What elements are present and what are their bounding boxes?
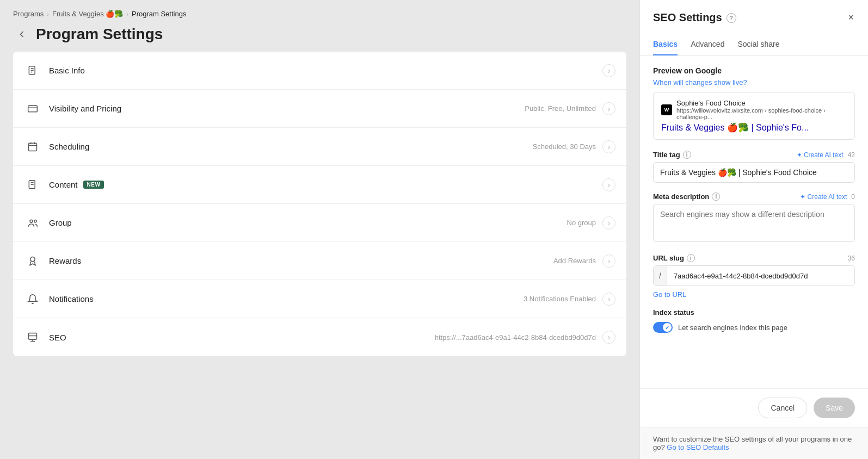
content-icon bbox=[24, 179, 41, 190]
meta-desc-label-row: Meta description i bbox=[653, 193, 720, 201]
rewards-chevron: › bbox=[602, 255, 615, 268]
scheduling-chevron: › bbox=[602, 140, 615, 153]
svg-point-14 bbox=[34, 220, 36, 222]
title-tag-actions: ✦ Create AI text 42 bbox=[797, 151, 855, 159]
index-status-text: Let search engines index this page bbox=[678, 324, 787, 332]
rewards-label: Rewards bbox=[49, 256, 553, 265]
google-preview-section: Preview on Google When will changes show… bbox=[653, 66, 855, 140]
page-header: Program Settings bbox=[0, 23, 639, 52]
url-slash: / bbox=[654, 266, 667, 286]
meta-desc-ai-link[interactable]: ✦ Create AI text bbox=[800, 193, 847, 201]
title-tag-section: Title tag i ✦ Create AI text 42 bbox=[653, 151, 855, 183]
index-status-label: Index status bbox=[653, 308, 855, 317]
basic-info-label: Basic Info bbox=[49, 66, 596, 75]
url-slug-help-icon[interactable]: i bbox=[687, 254, 695, 262]
meta-desc-textarea[interactable] bbox=[653, 204, 855, 242]
title-tag-ai-link[interactable]: ✦ Create AI text bbox=[797, 151, 844, 159]
group-icon bbox=[24, 218, 41, 228]
meta-desc-help-icon[interactable]: i bbox=[712, 193, 720, 201]
breadcrumb-sep-1: › bbox=[47, 11, 49, 17]
visibility-label: Visibility and Pricing bbox=[49, 104, 525, 113]
breadcrumb-sep-2: › bbox=[126, 11, 128, 17]
page-title: Program Settings bbox=[36, 26, 163, 43]
settings-item-content[interactable]: Content NEW › bbox=[13, 166, 626, 204]
toggle-knob: ✓ bbox=[663, 323, 672, 332]
seo-content: Preview on Google When will changes show… bbox=[640, 55, 868, 388]
title-tag-header: Title tag i ✦ Create AI text 42 bbox=[653, 151, 855, 159]
calendar-icon bbox=[24, 141, 41, 152]
new-badge: NEW bbox=[83, 181, 104, 189]
url-slug-input[interactable] bbox=[667, 266, 854, 286]
settings-item-basic-info[interactable]: Basic Info › bbox=[13, 52, 626, 90]
svg-rect-6 bbox=[29, 143, 37, 151]
index-status-section: Index status ✓ Let search engines index … bbox=[653, 308, 855, 333]
visibility-value: Public, Free, Unlimited bbox=[525, 104, 596, 113]
seo-tabs: Basics Advanced Social share bbox=[640, 33, 868, 55]
settings-item-rewards[interactable]: Rewards Add Rewards › bbox=[13, 242, 626, 280]
tab-basics[interactable]: Basics bbox=[653, 33, 678, 55]
svg-point-15 bbox=[30, 257, 35, 261]
breadcrumb-current: Program Settings bbox=[132, 10, 186, 18]
content-chevron: › bbox=[602, 178, 615, 191]
seo-panel: SEO Settings ? × Basics Advanced Social … bbox=[639, 0, 868, 459]
settings-item-seo[interactable]: SEO https://...7aad6ac4-e9a1-44c2-8b84-d… bbox=[13, 318, 626, 356]
seo-bottom-banner: Want to customize the SEO settings of al… bbox=[640, 427, 868, 459]
content-label: Content NEW bbox=[49, 180, 596, 189]
go-to-url-link[interactable]: Go to URL bbox=[653, 290, 855, 299]
meta-desc-char-count: 0 bbox=[851, 193, 855, 201]
document-icon bbox=[24, 65, 41, 76]
save-button[interactable]: Save bbox=[814, 398, 855, 418]
title-tag-label: Title tag bbox=[653, 151, 680, 159]
seo-help-icon[interactable]: ? bbox=[727, 13, 736, 23]
gp-page-title: Fruits & Veggies 🍎🥦 | Sophie's Fo... bbox=[661, 122, 847, 133]
wix-logo: W bbox=[661, 104, 672, 115]
url-slug-label: URL slug bbox=[653, 254, 684, 262]
seo-defaults-link[interactable]: Go to SEO Defaults bbox=[667, 443, 729, 451]
svg-rect-16 bbox=[29, 333, 37, 340]
tab-advanced[interactable]: Advanced bbox=[691, 33, 724, 55]
settings-item-scheduling[interactable]: Scheduling Scheduled, 30 Days › bbox=[13, 128, 626, 166]
rewards-value: Add Rewards bbox=[553, 257, 596, 265]
notifications-chevron: › bbox=[602, 293, 615, 306]
title-tag-label-row: Title tag i bbox=[653, 151, 691, 159]
preview-label: Preview on Google bbox=[653, 66, 855, 75]
scheduling-value: Scheduled, 30 Days bbox=[533, 142, 596, 151]
settings-item-group[interactable]: Group No group › bbox=[13, 204, 626, 242]
settings-list: Basic Info › Visibility and Pricing Publ… bbox=[13, 52, 626, 356]
url-slug-row: / bbox=[653, 265, 855, 286]
seo-header: SEO Settings ? × bbox=[640, 0, 868, 24]
group-chevron: › bbox=[602, 216, 615, 230]
seo-close-button[interactable]: × bbox=[847, 11, 855, 24]
title-tag-help-icon[interactable]: i bbox=[683, 151, 691, 159]
group-label: Group bbox=[49, 218, 567, 227]
notifications-value: 3 Notifications Enabled bbox=[524, 295, 596, 303]
index-status-row: ✓ Let search engines index this page bbox=[653, 322, 855, 333]
meta-desc-header: Meta description i ✦ Create AI text 0 bbox=[653, 193, 855, 201]
gp-site-row: W Sophie's Food Choice https://willowvol… bbox=[661, 99, 847, 120]
cancel-button[interactable]: Cancel bbox=[758, 398, 807, 418]
basic-info-chevron: › bbox=[602, 64, 615, 77]
svg-point-13 bbox=[30, 220, 33, 222]
main-panel: Programs › Fruits & Veggies 🍎🥦 › Program… bbox=[0, 0, 639, 459]
tab-social-share[interactable]: Social share bbox=[737, 33, 779, 55]
title-tag-input[interactable] bbox=[653, 162, 855, 183]
seo-footer-buttons: Cancel Save bbox=[640, 388, 868, 427]
settings-item-notifications[interactable]: Notifications 3 Notifications Enabled › bbox=[13, 280, 626, 318]
url-slug-char-count: 36 bbox=[848, 255, 855, 262]
settings-item-visibility[interactable]: Visibility and Pricing Public, Free, Unl… bbox=[13, 90, 626, 128]
breadcrumb-program-name[interactable]: Fruits & Veggies 🍎🥦 bbox=[52, 10, 123, 18]
scheduling-label: Scheduling bbox=[49, 142, 533, 151]
visibility-chevron: › bbox=[602, 102, 615, 115]
url-slug-label-row: URL slug i bbox=[653, 254, 695, 262]
breadcrumb-programs[interactable]: Programs bbox=[13, 10, 44, 18]
svg-rect-4 bbox=[28, 106, 38, 112]
back-button[interactable] bbox=[13, 28, 30, 41]
index-toggle[interactable]: ✓ bbox=[653, 322, 673, 333]
seo-label: SEO bbox=[49, 333, 435, 342]
seo-title: SEO Settings ? bbox=[653, 11, 736, 24]
url-slug-section: URL slug i 36 / Go to URL bbox=[653, 254, 855, 299]
meta-description-section: Meta description i ✦ Create AI text 0 bbox=[653, 193, 855, 244]
live-changes-link[interactable]: When will changes show live? bbox=[653, 78, 855, 86]
title-tag-char-count: 42 bbox=[848, 151, 855, 159]
toggle-check-icon: ✓ bbox=[665, 325, 669, 331]
